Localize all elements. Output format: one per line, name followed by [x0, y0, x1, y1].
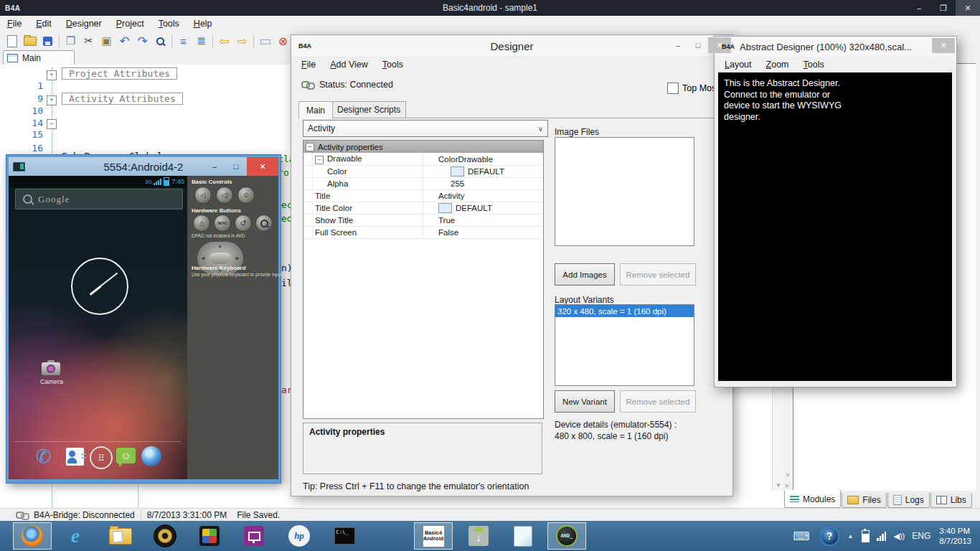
back-button[interactable]: ↺: [235, 215, 252, 232]
taskbar-puzzle-button[interactable]: [190, 522, 229, 550]
minimize-button[interactable]: –: [907, 0, 931, 16]
tab-files[interactable]: Files: [842, 493, 886, 508]
volume-tray-icon[interactable]: ◀)): [893, 532, 905, 541]
menu-file[interactable]: File: [0, 17, 29, 31]
property-row-fullscreen[interactable]: Full Screen False: [303, 226, 543, 239]
tab-modules[interactable]: Modules: [784, 490, 841, 508]
collapsed-region[interactable]: Project Attributes: [62, 67, 177, 80]
touch-keyboard-icon[interactable]: ⌨: [793, 529, 809, 543]
camera-app-icon[interactable]: [42, 362, 60, 375]
taskbar-hp-button[interactable]: hp: [280, 522, 319, 550]
view-selector-dropdown[interactable]: Activity ∨: [303, 120, 548, 137]
restore-button[interactable]: ❐: [931, 0, 956, 16]
save-icon[interactable]: [39, 33, 57, 49]
color-swatch[interactable]: [451, 166, 464, 176]
editor-tab-main[interactable]: Main: [3, 50, 75, 65]
taskbar-cmd-button[interactable]: C:\_: [325, 522, 364, 550]
dpad-left-icon[interactable]: ◀: [201, 255, 204, 261]
fold-expand-icon[interactable]: +: [47, 95, 57, 105]
taskbar-ie-button[interactable]: e: [56, 522, 95, 550]
property-group-header[interactable]: − Activity properties: [303, 141, 543, 153]
designer-minimize-button[interactable]: –: [668, 37, 688, 53]
scroll-down-icon[interactable]: ▼: [776, 482, 781, 489]
volume-up-button[interactable]: ◁): [216, 187, 233, 204]
google-search-bar[interactable]: Google: [15, 189, 183, 209]
battery-tray-icon[interactable]: [862, 530, 870, 542]
tab-logs[interactable]: Logs: [887, 493, 930, 508]
help-icon[interactable]: ?: [820, 527, 839, 546]
contacts-app-icon[interactable]: [66, 448, 84, 466]
open-designer-icon[interactable]: ▭: [256, 33, 274, 49]
close-button[interactable]: ✕: [956, 0, 980, 16]
power-button[interactable]: ⊙: [237, 187, 255, 204]
abstract-close-button[interactable]: ✕: [932, 38, 955, 53]
taskbar-android-terminal-button[interactable]: AND_: [547, 522, 586, 550]
emulator-minimize-button[interactable]: –: [204, 157, 225, 176]
designer-menu-tools[interactable]: Tools: [375, 57, 410, 72]
open-file-icon[interactable]: [21, 33, 39, 49]
remove-images-button[interactable]: Remove selected: [620, 263, 696, 286]
designer-maximize-button[interactable]: □: [688, 37, 708, 53]
menu-project[interactable]: Project: [109, 17, 151, 31]
network-tray-icon[interactable]: [877, 532, 886, 541]
chevrons-right-icon[interactable]: »: [785, 481, 789, 489]
remove-variant-button[interactable]: Remove selected: [620, 390, 696, 413]
abstract-menu-zoom[interactable]: Zoom: [759, 57, 796, 72]
taskbar-b4a-button[interactable]: Basic4Android: [414, 522, 453, 550]
taskbar-flash-button[interactable]: [370, 522, 409, 550]
menu-help[interactable]: Help: [187, 17, 220, 31]
taskbar-firefox-button[interactable]: [13, 522, 52, 550]
analog-clock-widget[interactable]: [71, 258, 128, 315]
taskbar-sdk-button[interactable]: ↓: [459, 522, 498, 550]
designer-tab-scripts[interactable]: Designer Scripts: [331, 101, 406, 118]
language-indicator[interactable]: ENG: [912, 531, 930, 541]
dpad-right-icon[interactable]: ▶: [236, 255, 240, 261]
menu-button[interactable]: MENU: [214, 215, 231, 232]
android-screen[interactable]: 3G 7:40 Google Camera ✆ ⠿ ☺: [9, 176, 187, 479]
abstract-titlebar[interactable]: B4A Abstract Designer (100%) 320x480,sca…: [715, 37, 956, 57]
emulator-titlebar[interactable]: 5554:Android4-2 – □ ✕: [9, 157, 278, 176]
dpad-up-icon[interactable]: ▲: [217, 243, 222, 248]
add-images-button[interactable]: Add Images: [555, 263, 615, 286]
emulator-maximize-button[interactable]: □: [225, 157, 247, 176]
menu-tools[interactable]: Tools: [151, 17, 187, 31]
designer-menu-file[interactable]: File: [294, 57, 323, 72]
taskbar-cast-button[interactable]: [235, 522, 273, 550]
indent-icon[interactable]: ≡: [174, 33, 192, 49]
property-row-title[interactable]: Title Activity: [303, 189, 543, 202]
volume-down-button[interactable]: ◁: [194, 187, 212, 204]
cut-icon[interactable]: ✂: [80, 33, 98, 49]
abstract-menu-layout[interactable]: Layout: [717, 57, 759, 72]
navigate-back-icon[interactable]: ⇦: [215, 33, 233, 49]
designer-menu-addview[interactable]: Add View: [323, 57, 375, 72]
designer-titlebar[interactable]: B4A Designer – □ ✕: [291, 35, 732, 57]
menu-designer[interactable]: Designer: [59, 17, 109, 31]
tray-clock[interactable]: 3:40 PM 8/7/2013: [939, 526, 971, 546]
home-button[interactable]: ⌂: [193, 215, 210, 232]
redo-icon[interactable]: ↷: [133, 33, 151, 49]
clean-project-icon[interactable]: ⊗: [274, 33, 292, 49]
fold-expand-icon[interactable]: +: [47, 70, 57, 80]
collapse-icon[interactable]: −: [315, 156, 324, 164]
abstract-menu-tools[interactable]: Tools: [796, 57, 831, 72]
fold-collapse-icon[interactable]: −: [47, 119, 57, 129]
image-files-list[interactable]: [555, 137, 694, 246]
color-swatch[interactable]: [438, 203, 452, 213]
new-file-icon[interactable]: [3, 33, 21, 49]
phone-app-icon[interactable]: ✆: [36, 446, 52, 468]
property-grid[interactable]: − Activity properties −Drawable ColorDra…: [303, 140, 544, 419]
browser-app-icon[interactable]: [141, 446, 161, 466]
property-row-showtitle[interactable]: Show Title True: [303, 214, 543, 227]
copy-icon[interactable]: ❐: [62, 33, 80, 49]
designer-tab-main[interactable]: Main: [298, 101, 333, 119]
menu-edit[interactable]: Edit: [29, 17, 59, 31]
show-hidden-icons[interactable]: ▲: [848, 533, 854, 540]
layout-variants-list[interactable]: 320 x 480, scale = 1 (160 dpi): [555, 304, 694, 386]
taskbar-explorer-button[interactable]: [101, 522, 140, 550]
chevron-down-icon[interactable]: ∨: [786, 471, 790, 478]
taskbar-notepad-button[interactable]: [504, 522, 542, 550]
new-variant-button[interactable]: New Variant: [555, 390, 615, 413]
collapsed-region[interactable]: Activity Attributes: [62, 93, 183, 105]
abstract-canvas[interactable]: This is the Abstract Designer. Connect t…: [718, 72, 952, 381]
app-drawer-icon[interactable]: ⠿: [90, 446, 113, 469]
